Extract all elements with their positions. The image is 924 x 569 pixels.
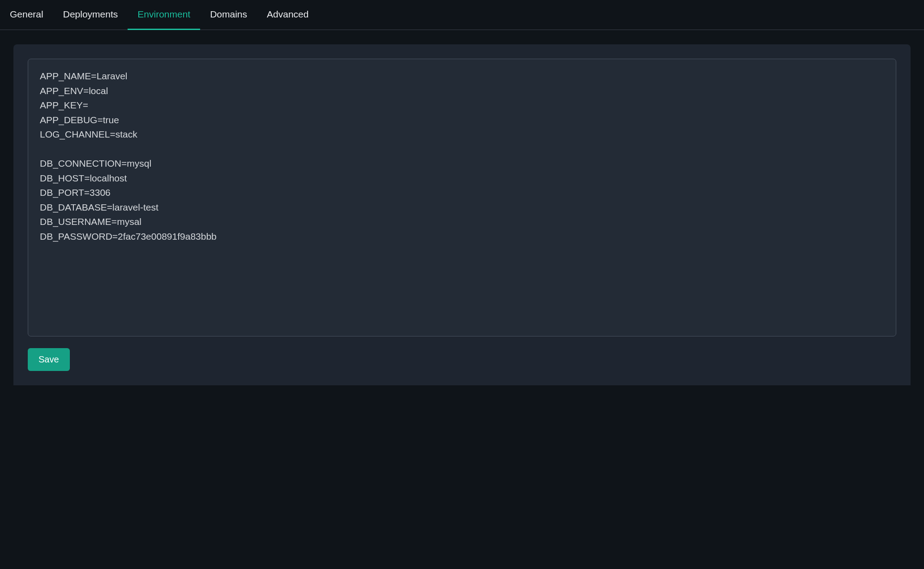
- tab-general[interactable]: General: [10, 0, 53, 30]
- tab-deployments[interactable]: Deployments: [53, 0, 128, 30]
- tab-domains[interactable]: Domains: [200, 0, 257, 30]
- environment-panel: Save: [13, 44, 911, 385]
- save-button[interactable]: Save: [28, 348, 70, 371]
- environment-variables-input[interactable]: [28, 59, 896, 336]
- tab-bar: General Deployments Environment Domains …: [0, 0, 924, 30]
- tab-environment[interactable]: Environment: [128, 0, 200, 30]
- content-area: Save: [0, 30, 924, 399]
- tab-advanced[interactable]: Advanced: [257, 0, 318, 30]
